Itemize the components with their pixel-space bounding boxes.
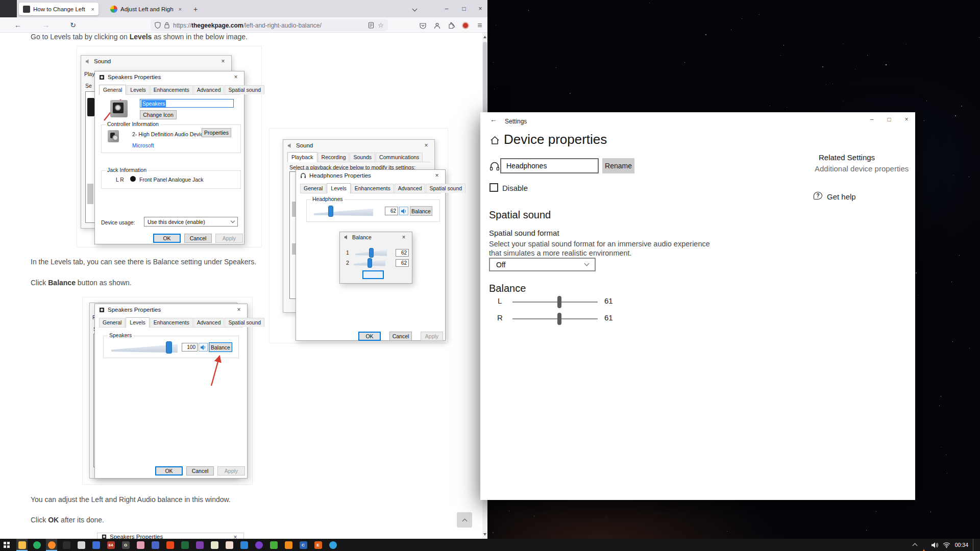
menu-button[interactable]: ≡ (474, 20, 486, 31)
browser-tab-2[interactable]: Adjust Left and Right Audio Ba × (106, 3, 186, 15)
scroll-up-arrow[interactable] (483, 36, 486, 38)
tab-general[interactable]: General (300, 184, 326, 193)
taskbar-app-blue-dev-app[interactable] (90, 539, 102, 551)
change-icon-button[interactable]: Change Icon (140, 110, 177, 119)
close-icon[interactable]: × (228, 534, 243, 539)
minimize-button[interactable]: – (438, 1, 455, 16)
tracking-shield-icon[interactable] (155, 22, 161, 29)
tab-recording[interactable]: Recording (318, 153, 350, 162)
get-help-link[interactable]: Get help (827, 192, 856, 201)
close-icon[interactable]: × (396, 233, 411, 242)
pocket-icon[interactable] (416, 20, 429, 31)
profile-avatar[interactable] (459, 20, 472, 31)
tab2-close-icon[interactable]: × (179, 6, 182, 12)
ok-button[interactable]: OK (358, 332, 381, 341)
balance-button[interactable]: Balance (410, 206, 432, 216)
cancel-button[interactable]: Cancel (186, 466, 214, 475)
taskbar-app-flame-app[interactable] (164, 539, 176, 551)
clock[interactable]: 00:34 (955, 542, 968, 548)
ok-button[interactable] (362, 270, 384, 279)
tab-advanced[interactable]: Advanced (395, 184, 426, 193)
taskbar-app-green-circle-app[interactable] (31, 539, 42, 551)
right-balance-slider-thumb[interactable] (557, 313, 561, 325)
tab-levels[interactable]: Levels (126, 317, 149, 328)
device-name-field[interactable]: Speakers (140, 99, 234, 108)
apply-button[interactable]: Apply (421, 332, 443, 341)
maximize-button[interactable]: □ (455, 1, 473, 16)
cancel-button[interactable]: Cancel (389, 332, 412, 341)
close-button[interactable]: × (472, 1, 489, 16)
reload-button[interactable]: ↻ (66, 19, 80, 31)
taskbar-app-firefox[interactable] (46, 539, 57, 551)
close-icon[interactable]: × (228, 72, 243, 82)
disable-checkbox[interactable] (489, 183, 498, 192)
additional-device-properties-link[interactable]: Additional device properties (815, 164, 909, 173)
url-bar[interactable]: https://thegeekpage.com/left-and-right-a… (151, 19, 388, 31)
network-wifi-icon[interactable] (943, 542, 950, 548)
close-icon[interactable]: × (215, 56, 231, 66)
tab-enhancements[interactable]: Enhancements (150, 318, 193, 327)
tab-enhancements[interactable]: Enhancements (150, 85, 193, 94)
tab-communications[interactable]: Communications (376, 153, 423, 162)
tab-advanced[interactable]: Advanced (193, 85, 225, 94)
settings-back-button[interactable]: ← (487, 115, 500, 126)
channel-2-value[interactable]: 62 (396, 259, 409, 267)
taskbar-app-photos-app[interactable] (150, 539, 161, 551)
channel-1-value[interactable]: 62 (396, 249, 409, 257)
ok-button[interactable]: OK (155, 466, 183, 475)
volume-value[interactable]: 100 (182, 343, 198, 352)
apply-button[interactable]: Apply (217, 466, 245, 475)
tab-spatial-sound[interactable]: Spatial sound (426, 184, 465, 193)
mute-button[interactable] (199, 343, 208, 352)
vendor-link[interactable]: Microsoft (132, 142, 154, 148)
ok-button[interactable]: OK (153, 234, 181, 243)
tab-spatial-sound[interactable]: Spatial sound (225, 318, 264, 327)
taskbar-app-blue-window-app[interactable] (238, 539, 250, 551)
tab1-close-icon[interactable]: × (91, 6, 94, 12)
settings-close-button[interactable]: × (899, 112, 914, 127)
tab-general[interactable]: General (99, 318, 125, 327)
left-balance-slider-thumb[interactable] (557, 296, 561, 308)
taskbar-app-gray-app[interactable] (76, 539, 87, 551)
close-icon[interactable]: × (429, 170, 445, 181)
apply-button[interactable]: Apply (215, 234, 243, 243)
taskbar-app-white-orange-app[interactable] (224, 539, 235, 551)
settings-minimize-button[interactable]: – (864, 112, 879, 127)
taskbar-app-red-64-app[interactable]: 64 (105, 539, 116, 551)
taskbar-app-orange-f-app[interactable] (283, 539, 294, 551)
close-icon[interactable]: × (419, 140, 434, 151)
tab-general[interactable]: General (99, 85, 126, 95)
device-name-input[interactable] (500, 158, 599, 173)
settings-maximize-button[interactable]: □ (881, 112, 897, 127)
scroll-to-top-button[interactable] (457, 512, 472, 528)
volume-icon[interactable] (931, 542, 938, 548)
show-desktop-button[interactable] (973, 539, 975, 551)
mute-button[interactable] (399, 207, 408, 215)
volume-slider-track[interactable] (314, 208, 373, 216)
tab-playback[interactable]: Playback (287, 152, 317, 162)
rename-button[interactable]: Rename (602, 158, 634, 173)
volume-slider-thumb[interactable] (328, 206, 333, 217)
channel-1-slider-thumb[interactable] (369, 248, 374, 258)
taskbar-app-edge-app[interactable] (327, 539, 338, 551)
new-tab-button[interactable]: + (190, 4, 201, 14)
extensions-icon[interactable] (445, 20, 457, 31)
taskbar-app-orange-e-app[interactable]: E (312, 539, 324, 551)
properties-button[interactable]: Properties (202, 128, 231, 137)
back-button[interactable]: ← (11, 19, 24, 31)
forward-button[interactable]: → (39, 19, 53, 31)
cancel-button[interactable]: Cancel (184, 234, 212, 243)
tray-expand-icon[interactable] (912, 543, 917, 548)
tab-levels[interactable]: Levels (127, 85, 149, 94)
taskbar-app-dark-green-app[interactable] (179, 539, 190, 551)
tab-advanced[interactable]: Advanced (193, 318, 225, 327)
tab-levels[interactable]: Levels (327, 183, 350, 193)
volume-value[interactable]: 62 (385, 207, 398, 215)
tab-spatial-sound[interactable]: Spatial sound (225, 85, 264, 94)
spatial-format-dropdown[interactable]: Off (489, 258, 596, 271)
taskbar-app-file-explorer[interactable] (16, 539, 28, 551)
vlc-icon[interactable] (921, 540, 926, 549)
taskbar-app-parrot-app[interactable] (268, 539, 279, 551)
tab-enhancements[interactable]: Enhancements (351, 184, 394, 193)
account-icon[interactable] (431, 20, 443, 31)
